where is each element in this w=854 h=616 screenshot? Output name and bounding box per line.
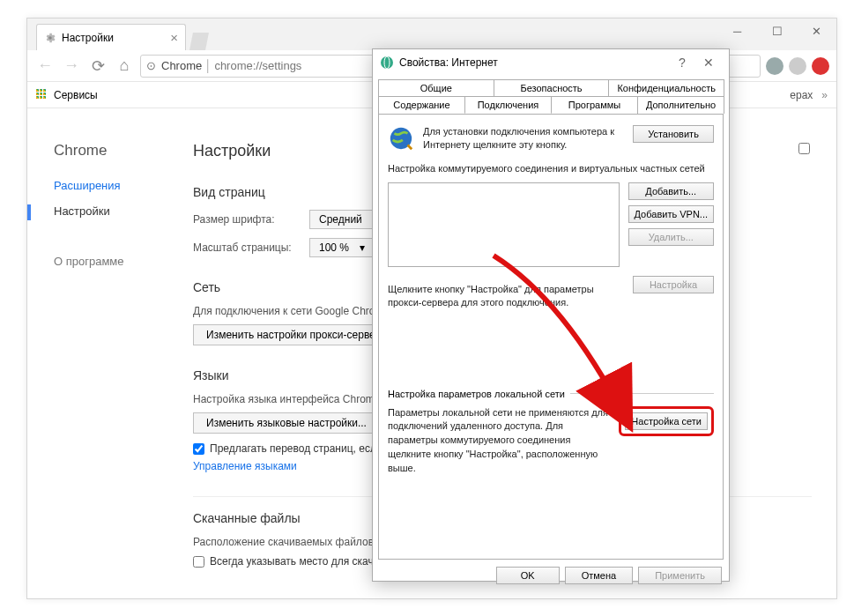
tab-bar: Настройки × (27, 19, 836, 50)
tab-security[interactable]: Безопасность (494, 79, 610, 96)
secure-icon: ⊙ (146, 59, 156, 72)
connections-listbox[interactable] (388, 182, 620, 267)
zoom-label: Масштаб страницы: (193, 241, 299, 254)
forward-button[interactable]: → (61, 56, 82, 77)
remove-connection-button[interactable]: Удалить... (628, 228, 714, 246)
svg-point-1 (381, 56, 393, 69)
dialog-footer: OK Отмена Применить (373, 560, 729, 593)
tab-close-icon[interactable]: × (170, 30, 178, 45)
globe-icon (388, 125, 414, 152)
other-bookmarks[interactable]: ерах (790, 89, 813, 101)
reload-button[interactable]: ⟳ (87, 56, 108, 77)
proxy-settings-button[interactable]: Изменить настройки прокси-сервера (193, 324, 400, 345)
internet-icon (380, 56, 394, 70)
ok-button[interactable]: OK (496, 567, 560, 584)
apply-button[interactable]: Применить (638, 567, 722, 584)
tab-programs[interactable]: Программы (551, 96, 638, 114)
dialog-body: Для установки подключения компьютера к И… (378, 114, 724, 560)
extension-icon-3[interactable] (812, 57, 829, 75)
active-indicator (27, 204, 31, 220)
lan-text: Параметры локальной сети не применяются … (388, 406, 610, 477)
internet-properties-dialog: Свойства: Интернет ? ✕ Общие Безопасност… (372, 48, 730, 582)
apps-icon[interactable] (36, 89, 48, 101)
new-tab-button[interactable] (189, 33, 209, 50)
tab-privacy[interactable]: Конфиденциальность (608, 79, 724, 96)
cancel-button[interactable]: Отмена (565, 567, 633, 584)
tab-content[interactable]: Содержание (378, 96, 465, 114)
setup-text: Для установки подключения компьютера к И… (423, 125, 624, 152)
downloads-ask-checkbox[interactable] (193, 556, 204, 568)
maximize-button[interactable]: ☐ (757, 19, 797, 43)
sidebar-item-settings[interactable]: Настройки (54, 204, 168, 218)
dialog-help-button[interactable]: ? (669, 56, 695, 70)
unknown-checkbox[interactable] (798, 143, 810, 154)
language-settings-button[interactable]: Изменить языковые настройки... (193, 412, 380, 434)
translate-label: Предлагать перевод страниц, если (210, 442, 382, 455)
address-host: Chrome (161, 59, 202, 72)
add-connection-button[interactable]: Добавить... (628, 182, 714, 200)
tab-connections[interactable]: Подключения (464, 96, 552, 114)
sidebar-item-extensions[interactable]: Расширения (54, 179, 168, 192)
browser-tab-settings[interactable]: Настройки × (36, 24, 186, 50)
dialog-titlebar[interactable]: Свойства: Интернет ? ✕ (373, 49, 729, 76)
dialog-close-button[interactable]: ✕ (695, 56, 722, 70)
bookmarks-label[interactable]: Сервисы (54, 89, 98, 101)
add-vpn-button[interactable]: Добавить VPN... (628, 205, 714, 223)
lan-settings-highlight: Настройка сети (619, 406, 714, 436)
settings-sidebar: Chrome Расширения Настройки О программе (27, 108, 168, 598)
settings-favicon-icon (44, 32, 56, 44)
chevron-down-icon: ▾ (360, 241, 365, 254)
chevron-right-icon[interactable]: » (821, 89, 828, 101)
dialog-tabs: Общие Безопасность Конфиденциальность Со… (373, 76, 729, 114)
dialog-title: Свойства: Интернет (399, 56, 498, 69)
home-button[interactable]: ⌂ (114, 56, 135, 77)
font-size-label: Размер шрифта: (193, 213, 299, 226)
lan-group-label: Настройка параметров локальной сети (388, 389, 565, 399)
extension-icon-2[interactable] (789, 57, 806, 75)
setup-button[interactable]: Установить (633, 125, 714, 143)
close-button[interactable]: ✕ (797, 19, 836, 43)
tab-title: Настройки (62, 32, 114, 44)
back-button[interactable]: ← (34, 56, 56, 77)
translate-checkbox[interactable] (193, 443, 204, 455)
sidebar-item-about[interactable]: О программе (54, 255, 168, 268)
minimize-button[interactable]: ─ (717, 19, 757, 43)
manage-languages-link[interactable]: Управление языками (193, 460, 297, 472)
dialup-group-label: Настройка коммутируемого соединения и ви… (388, 162, 714, 175)
extension-icon-1[interactable] (766, 57, 783, 75)
tab-general[interactable]: Общие (378, 79, 494, 96)
dialup-note: Щелкните кнопку "Настройка" для параметр… (388, 283, 624, 309)
tab-advanced[interactable]: Дополнительно (637, 96, 724, 114)
lan-group: Настройка параметров локальной сети Пара… (388, 389, 714, 477)
lan-settings-button[interactable]: Настройка сети (625, 412, 708, 430)
dialup-settings-button[interactable]: Настройка (633, 276, 714, 293)
window-controls: ─ ☐ ✕ (717, 19, 836, 43)
sidebar-title: Chrome (54, 142, 168, 160)
address-path: chrome://settings (214, 59, 301, 72)
